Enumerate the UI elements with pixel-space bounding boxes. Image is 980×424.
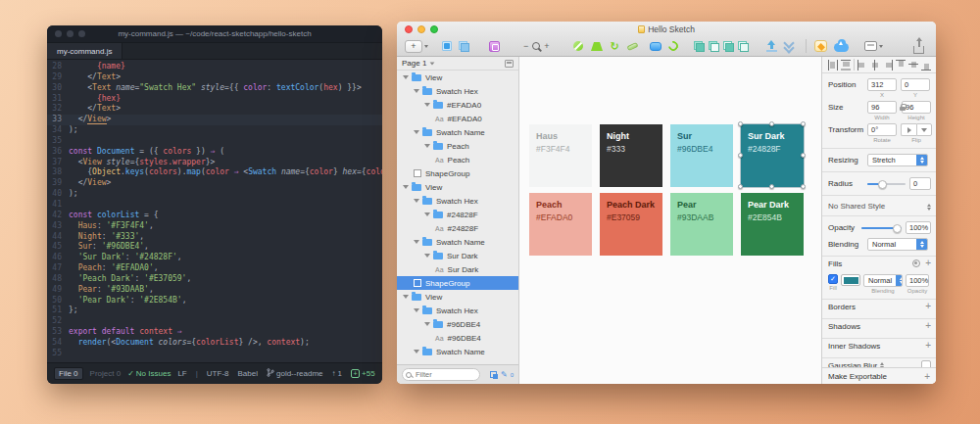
export-button[interactable]: [913, 39, 924, 54]
color-swatch[interactable]: Peach#EFADA0: [529, 193, 592, 256]
selection-handle[interactable]: [738, 184, 743, 189]
layer-row[interactable]: Swatch Name: [397, 125, 518, 139]
zoom-in-button[interactable]: +: [544, 42, 549, 51]
align-middle-icon[interactable]: [908, 60, 918, 71]
align-top-icon[interactable]: [896, 60, 906, 71]
pencil-icon[interactable]: ✎: [501, 371, 508, 379]
gear-icon[interactable]: [912, 259, 920, 267]
flip-horizontal-button[interactable]: [901, 123, 916, 136]
status-item[interactable]: UTF-8: [207, 369, 229, 378]
layer-row[interactable]: Sur Dark: [397, 249, 518, 262]
color-swatch[interactable]: Sur Dark#24828F: [741, 124, 804, 187]
zoom-out-button[interactable]: −: [523, 42, 528, 51]
code-line[interactable]: 34);: [47, 125, 382, 136]
radius-input[interactable]: 0: [909, 177, 931, 190]
position-x-input[interactable]: 312: [867, 78, 897, 91]
disclosure-triangle-icon[interactable]: [424, 254, 430, 258]
shared-style-row[interactable]: No Shared Style: [822, 201, 936, 211]
code-line[interactable]: 52: [47, 316, 382, 327]
opacity-input[interactable]: 100%: [906, 221, 931, 234]
selection-handle[interactable]: [801, 153, 806, 158]
layer-row[interactable]: #96DBE4: [397, 317, 518, 331]
color-swatch[interactable]: Night#333: [600, 124, 662, 187]
status-item[interactable]: ✓No Issues: [127, 369, 171, 378]
code-editor[interactable]: 28 {name}29 </Text>30 <Text name="Swatch…: [47, 60, 382, 362]
code-line[interactable]: 37 <View style={styles.wrapper}>: [47, 158, 382, 168]
page-list-toggle-icon[interactable]: [505, 60, 514, 68]
code-line[interactable]: 29 </Text>: [47, 72, 382, 83]
code-line[interactable]: 43 Haus: '#F3F4F4',: [47, 221, 382, 232]
color-swatch[interactable]: Sur#96DBE4: [670, 124, 733, 187]
view-options-button[interactable]: [864, 41, 883, 51]
layer-row[interactable]: AaSur Dark: [397, 262, 518, 276]
layer-row[interactable]: Peach: [397, 139, 518, 153]
code-line[interactable]: 55: [47, 349, 382, 359]
group-button[interactable]: [442, 41, 452, 51]
inner-shadows-section[interactable]: Inner Shadows +: [822, 338, 936, 353]
disclosure-triangle-icon[interactable]: [403, 185, 409, 189]
shadows-section[interactable]: Shadows +: [822, 318, 936, 333]
resizing-dropdown[interactable]: Stretch: [867, 154, 928, 166]
code-line[interactable]: 51};: [47, 306, 382, 316]
layer-row[interactable]: Swatch Hex: [397, 84, 518, 98]
status-item[interactable]: Project 0: [90, 369, 122, 378]
code-line[interactable]: 38 {Object.keys(colors).map(color ⇒ <Swa…: [47, 167, 382, 178]
status-item[interactable]: LF: [177, 369, 186, 378]
code-line[interactable]: 48 'Peach Dark': '#E37059',: [47, 274, 382, 285]
layer-row[interactable]: Aa#96DBE4: [397, 331, 518, 345]
selection-handle[interactable]: [769, 121, 774, 126]
disclosure-triangle-icon[interactable]: [414, 240, 419, 244]
cloud-upload-button[interactable]: [834, 40, 849, 52]
position-y-input[interactable]: 0: [901, 78, 930, 91]
disclosure-triangle-icon[interactable]: [414, 130, 419, 134]
code-line[interactable]: 32 </Text>: [47, 104, 382, 115]
status-item[interactable]: |: [196, 369, 198, 378]
borders-section[interactable]: Borders +: [822, 299, 936, 313]
code-line[interactable]: 45 Sur: '#96DBE4',: [47, 242, 382, 253]
distribute-horizontally-icon[interactable]: [828, 60, 838, 71]
code-line[interactable]: 39 </View>: [47, 178, 382, 189]
scissors-tool-button[interactable]: [573, 41, 583, 51]
add-border-button[interactable]: +: [925, 302, 931, 311]
selection-handle[interactable]: [801, 184, 806, 189]
layer-row[interactable]: Aa#EFADA0: [397, 112, 518, 125]
add-fill-button[interactable]: +: [925, 259, 931, 268]
selection-handle[interactable]: [738, 121, 743, 126]
code-line[interactable]: 28 {name}: [47, 62, 382, 72]
subtract-button[interactable]: [709, 41, 719, 52]
add-inner-shadow-button[interactable]: +: [925, 341, 931, 351]
disclosure-triangle-icon[interactable]: [414, 89, 419, 93]
page-selector[interactable]: Page 1: [397, 57, 518, 71]
make-exportable-bar[interactable]: Make Exportable +: [822, 367, 936, 384]
difference-button[interactable]: [738, 41, 749, 52]
width-input[interactable]: 96: [867, 101, 897, 114]
zoom-button-tool[interactable]: [532, 42, 540, 50]
canvas[interactable]: Haus#F3F4F4Night#333Sur#96DBE4Sur Dark#2…: [519, 57, 821, 384]
status-item[interactable]: gold--readme: [267, 368, 323, 379]
disclosure-triangle-icon[interactable]: [403, 295, 409, 299]
color-swatch[interactable]: Pear#93DAAB: [670, 193, 733, 256]
blending-dropdown[interactable]: Normal: [867, 238, 928, 251]
tab-my-command-js[interactable]: my-command.js: [47, 43, 122, 59]
rotate-tool-button[interactable]: ↻: [611, 41, 619, 52]
selection-handle[interactable]: [738, 153, 743, 158]
align-bottom-icon[interactable]: [921, 60, 931, 71]
code-line[interactable]: 40);: [47, 189, 382, 200]
status-item[interactable]: File 0: [54, 367, 83, 380]
align-center-icon[interactable]: [870, 60, 880, 71]
disclosure-triangle-icon[interactable]: [424, 103, 430, 107]
code-line[interactable]: 31 {hex}: [47, 94, 382, 105]
fill-blending-dropdown[interactable]: Normal: [863, 274, 903, 287]
layer-row[interactable]: Swatch Name: [397, 235, 518, 249]
ungroup-button[interactable]: [459, 41, 469, 52]
transform-tool-button[interactable]: [668, 41, 678, 51]
code-line[interactable]: 49 Pear: '#93DAAB',: [47, 285, 382, 296]
layer-row[interactable]: Swatch Hex: [397, 194, 518, 208]
selection-handle[interactable]: [801, 121, 806, 126]
add-export-button[interactable]: +: [924, 371, 930, 382]
disclosure-triangle-icon[interactable]: [424, 322, 430, 326]
layer-row[interactable]: Swatch Name: [397, 345, 518, 358]
slider-knob[interactable]: [878, 180, 887, 189]
code-line[interactable]: 33 </View>: [47, 115, 382, 125]
bring-forward-button[interactable]: [766, 40, 777, 52]
